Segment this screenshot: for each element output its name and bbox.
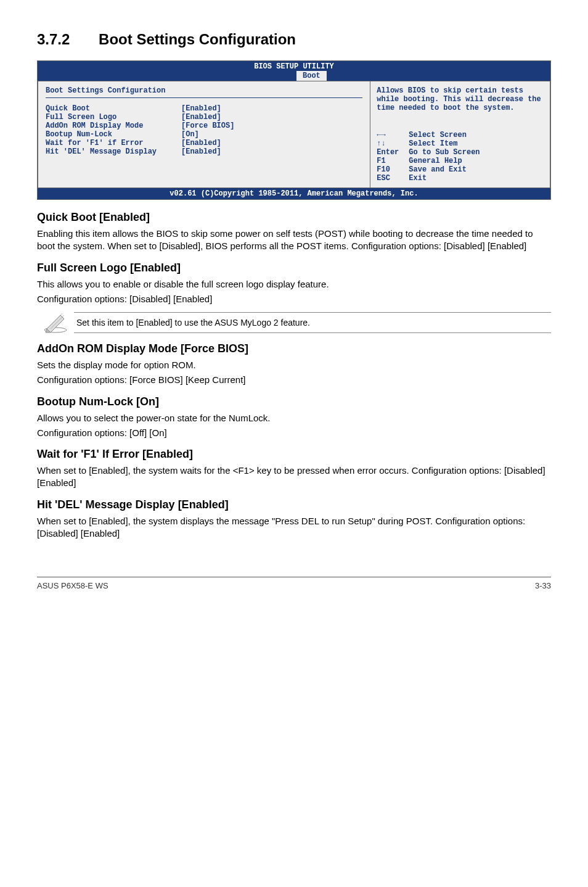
nav-key: F1 <box>377 157 409 165</box>
note-text: Set this item to [Enabled] to use the AS… <box>74 312 551 333</box>
pencil-note-icon <box>37 311 74 334</box>
nav-key: Enter <box>377 148 409 157</box>
heading-full-screen-logo: Full Screen Logo [Enabled] <box>37 262 551 274</box>
bios-footer: v02.61 (C)Copyright 1985-2011, American … <box>38 188 550 199</box>
bios-help-text: Allows BIOS to skip certain tests while … <box>377 86 544 112</box>
heading-bootup-numlock: Bootup Num-Lock [On] <box>37 395 551 408</box>
bios-left-title: Boot Settings Configuration <box>46 86 362 98</box>
bios-row-value: [Enabled] <box>181 104 221 113</box>
text-addon-rom-1: Sets the display mode for option ROM. <box>37 359 551 371</box>
text-bootup-numlock-2: Configuration options: [Off] [On] <box>37 427 551 439</box>
bios-row-value: [Force BIOS] <box>181 122 234 130</box>
nav-key: ↑↓ <box>377 139 409 148</box>
footer-page-number: 3-33 <box>535 581 551 590</box>
heading-wait-f1: Wait for 'F1' If Error [Enabled] <box>37 448 551 461</box>
nav-action: Select Screen <box>409 131 467 139</box>
nav-key: ESC <box>377 174 409 183</box>
bios-row-value: [On] <box>181 130 199 139</box>
bios-row-value: [Enabled] <box>181 113 221 122</box>
bios-row[interactable]: Wait for 'F1' if Error [Enabled] <box>46 139 362 147</box>
text-full-screen-logo-2: Configuration options: [Disabled] [Enabl… <box>37 293 551 305</box>
bios-row[interactable]: Quick Boot [Enabled] <box>46 104 362 113</box>
bios-panel: BIOS SETUP UTILITY Boot Boot Settings Co… <box>37 60 551 200</box>
footer-left: ASUS P6X58-E WS <box>37 581 108 590</box>
bios-row[interactable]: AddOn ROM Display Mode [Force BIOS] <box>46 122 362 130</box>
bios-nav-row: ←→ Select Screen <box>377 131 544 139</box>
svg-line-2 <box>51 315 64 329</box>
text-wait-f1: When set to [Enabled], the system waits … <box>37 464 551 490</box>
bios-row[interactable]: Full Screen Logo [Enabled] <box>46 113 362 122</box>
bios-nav-legend: ←→ Select Screen ↑↓ Select Item Enter Go… <box>377 131 544 183</box>
text-hit-del: When set to [Enabled], the system displa… <box>37 515 551 540</box>
bios-nav-row: ↑↓ Select Item <box>377 139 544 148</box>
nav-action: Save and Exit <box>409 165 467 174</box>
nav-key: ←→ <box>377 131 409 139</box>
bios-row-label: Bootup Num-Lock <box>46 130 181 139</box>
bios-row-label: Wait for 'F1' if Error <box>46 139 181 147</box>
bios-row-value: [Enabled] <box>181 147 221 156</box>
bios-row-label: Hit 'DEL' Message Display <box>46 147 181 156</box>
bios-header: BIOS SETUP UTILITY Boot <box>38 61 550 81</box>
text-bootup-numlock-1: Allows you to select the power-on state … <box>37 412 551 424</box>
text-addon-rom-2: Configuration options: [Force BIOS] [Kee… <box>37 374 551 386</box>
bios-body: Boot Settings Configuration Quick Boot [… <box>38 81 550 188</box>
text-full-screen-logo-1: This allows you to enable or disable the… <box>37 278 551 291</box>
nav-action: Exit <box>409 174 427 183</box>
section-number: 3.7.2 <box>37 31 70 48</box>
nav-action: General Help <box>409 157 462 165</box>
bios-row-label: Quick Boot <box>46 104 181 113</box>
heading-hit-del: Hit 'DEL' Message Display [Enabled] <box>37 498 551 511</box>
bios-header-title: BIOS SETUP UTILITY <box>38 62 550 71</box>
bios-row-label: AddOn ROM Display Mode <box>46 122 181 130</box>
bios-nav-row: Enter Go to Sub Screen <box>377 148 544 157</box>
bios-right-pane: Allows BIOS to skip certain tests while … <box>370 81 550 188</box>
heading-quick-boot: Quick Boot [Enabled] <box>37 211 551 224</box>
note-block: Set this item to [Enabled] to use the AS… <box>37 311 551 334</box>
nav-key: F10 <box>377 165 409 174</box>
page-footer: ASUS P6X58-E WS 3-33 <box>37 577 551 590</box>
bios-left-pane: Boot Settings Configuration Quick Boot [… <box>38 81 370 188</box>
bios-nav-row: F1 General Help <box>377 157 544 165</box>
text-quick-boot: Enabling this item allows the BIOS to sk… <box>37 228 551 253</box>
bios-nav-row: ESC Exit <box>377 174 544 183</box>
bios-row-label: Full Screen Logo <box>46 113 181 122</box>
bios-row[interactable]: Hit 'DEL' Message Display [Enabled] <box>46 147 362 156</box>
bios-row-value: [Enabled] <box>181 139 221 147</box>
section-title: 3.7.2 Boot Settings Configuration <box>37 31 551 48</box>
bios-tab-boot[interactable]: Boot <box>296 71 327 81</box>
nav-action: Go to Sub Screen <box>409 148 480 157</box>
heading-addon-rom: AddOn ROM Display Mode [Force BIOS] <box>37 342 551 355</box>
nav-action: Select Item <box>409 139 457 148</box>
bios-row[interactable]: Bootup Num-Lock [On] <box>46 130 362 139</box>
bios-nav-row: F10 Save and Exit <box>377 165 544 174</box>
section-name: Boot Settings Configuration <box>99 31 296 47</box>
